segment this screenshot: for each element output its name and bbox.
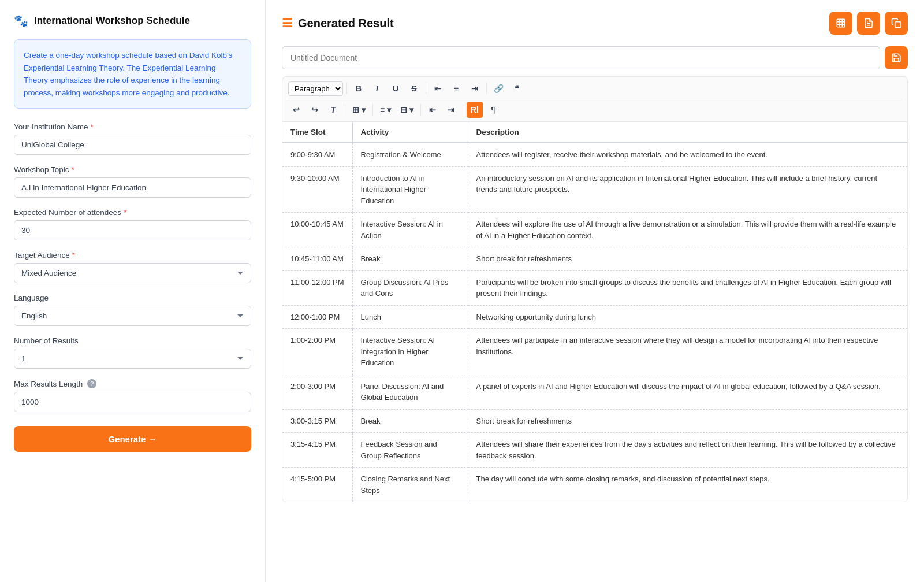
table-row: 12:00-1:00 PM Lunch Networking opportuni… xyxy=(282,305,907,329)
quote-button[interactable]: ❝ xyxy=(509,80,525,97)
cell-description: An introductory session on AI and its ap… xyxy=(468,166,907,213)
institution-input[interactable] xyxy=(14,135,251,155)
help-icon[interactable]: ? xyxy=(87,379,96,388)
toolbar-separator xyxy=(420,104,421,116)
schedule-table: Time Slot Activity Description 9:00-9:30… xyxy=(282,122,907,502)
attendees-input[interactable] xyxy=(14,220,251,240)
attendees-label: Expected Number of attendees * xyxy=(14,208,251,217)
align-left-button[interactable]: ⇤ xyxy=(430,80,446,97)
link-button[interactable]: 🔗 xyxy=(490,80,506,97)
toolbar-row-1: Paragraph Heading 1 Heading 2 B I U S ⇤ … xyxy=(288,80,901,97)
cell-time: 9:00-9:30 AM xyxy=(282,143,352,166)
undo-button[interactable]: ↩ xyxy=(288,102,304,118)
bullet-list-button[interactable]: ≡ ▾ xyxy=(377,102,394,118)
required-star: * xyxy=(124,208,126,217)
table-row: 4:15-5:00 PM Closing Remarks and Next St… xyxy=(282,468,907,502)
cell-time: 3:00-3:15 PM xyxy=(282,409,352,433)
table-row: 2:00-3:00 PM Panel Discussion: AI and Gl… xyxy=(282,375,907,409)
cell-time: 3:15-4:15 PM xyxy=(282,433,352,468)
institution-group: Your Institution Name * xyxy=(14,123,251,155)
audience-group: Target Audience * Mixed Audience Student… xyxy=(14,251,251,283)
left-panel: 🐾 International Workshop Schedule Create… xyxy=(0,0,266,582)
copy-button[interactable] xyxy=(885,12,908,35)
results-count-group: Number of Results 1 2 3 5 xyxy=(14,336,251,369)
col-header-description: Description xyxy=(468,122,907,143)
svg-rect-7 xyxy=(895,22,901,28)
table-button[interactable]: ⊞ ▾ xyxy=(349,102,369,118)
cell-time: 11:00-12:00 PM xyxy=(282,270,352,305)
language-select[interactable]: English French Spanish Arabic xyxy=(14,306,251,326)
cell-time: 1:00-2:00 PM xyxy=(282,329,352,375)
align-right-button[interactable]: ⇥ xyxy=(467,80,483,97)
table-row: 1:00-2:00 PM Interactive Session: AI Int… xyxy=(282,329,907,375)
rtl-button[interactable]: Rl xyxy=(467,102,483,118)
download-doc-button[interactable] xyxy=(857,12,880,35)
app-header: 🐾 International Workshop Schedule xyxy=(14,14,251,28)
topic-input[interactable] xyxy=(14,177,251,198)
cell-description: Attendees will share their experiences f… xyxy=(468,433,907,468)
cell-description: Attendees will explore the use of AI thr… xyxy=(468,213,907,247)
cell-description: A panel of experts in AI and Higher Educ… xyxy=(468,375,907,409)
editor-toolbar: Paragraph Heading 1 Heading 2 B I U S ⇤ … xyxy=(282,76,908,121)
cell-time: 10:45-11:00 AM xyxy=(282,247,352,271)
table-row: 9:00-9:30 AM Registration & Welcome Atte… xyxy=(282,143,907,166)
generate-button[interactable]: Generate → xyxy=(14,426,251,452)
strikethrough-button[interactable]: S xyxy=(406,80,422,97)
app-icon: 🐾 xyxy=(14,14,28,28)
doc-save-button[interactable] xyxy=(885,46,908,69)
toolbar-separator xyxy=(426,83,426,94)
cell-time: 10:00-10:45 AM xyxy=(282,213,352,247)
cell-activity: Panel Discussion: AI and Global Educatio… xyxy=(352,375,468,409)
toolbar-separator xyxy=(346,83,347,94)
topic-group: Workshop Topic * xyxy=(14,165,251,198)
toolbar-separator xyxy=(463,104,463,116)
results-count-select[interactable]: 1 2 3 5 xyxy=(14,349,251,369)
cell-description: Attendees will register, receive their w… xyxy=(468,143,907,166)
cell-time: 4:15-5:00 PM xyxy=(282,468,352,502)
cell-description: Short break for refreshments xyxy=(468,409,907,433)
cell-description: Short break for refreshments xyxy=(468,247,907,271)
result-icon: ☰ xyxy=(282,16,292,30)
doc-title-input[interactable] xyxy=(282,46,880,69)
cell-description: Networking opportunity during lunch xyxy=(468,305,907,329)
right-header: ☰ Generated Result xyxy=(282,12,908,35)
required-star: * xyxy=(72,165,74,174)
bold-button[interactable]: B xyxy=(351,80,367,97)
app-title: International Workshop Schedule xyxy=(34,15,190,27)
outdent-button[interactable]: ⇤ xyxy=(424,102,441,118)
download-xls-button[interactable] xyxy=(829,12,852,35)
cell-description: The day will conclude with some closing … xyxy=(468,468,907,502)
ordered-list-button[interactable]: ⊟ ▾ xyxy=(397,102,417,118)
table-row: 9:30-10:00 AM Introduction to AI in Inte… xyxy=(282,166,907,213)
doc-title-row xyxy=(282,46,908,69)
cell-activity: Feedback Session and Group Reflections xyxy=(352,433,468,468)
table-row: 10:00-10:45 AM Interactive Session: AI i… xyxy=(282,213,907,247)
toolbar-separator xyxy=(345,104,345,116)
cell-time: 9:30-10:00 AM xyxy=(282,166,352,213)
cell-activity: Lunch xyxy=(352,305,468,329)
clear-format-button[interactable]: T xyxy=(325,102,341,118)
max-length-input[interactable] xyxy=(14,392,251,412)
cell-time: 2:00-3:00 PM xyxy=(282,375,352,409)
cell-activity: Interactive Session: AI Integration in H… xyxy=(352,329,468,375)
max-length-group: Max Results Length ? xyxy=(14,379,251,412)
institution-label: Your Institution Name * xyxy=(14,123,251,131)
italic-button[interactable]: I xyxy=(369,80,385,97)
cell-description: Participants will be broken into small g… xyxy=(468,270,907,305)
right-panel: ☰ Generated Result Paragraph Heading 1 xyxy=(266,0,924,582)
info-box: Create a one-day workshop schedule based… xyxy=(14,39,251,109)
paragraph-select[interactable]: Paragraph Heading 1 Heading 2 xyxy=(288,81,343,96)
indent-button[interactable]: ⇥ xyxy=(443,102,459,118)
align-center-button[interactable]: ≡ xyxy=(448,80,464,97)
result-title: Generated Result xyxy=(298,17,394,30)
language-group: Language English French Spanish Arabic xyxy=(14,294,251,326)
table-row: 3:00-3:15 PM Break Short break for refre… xyxy=(282,409,907,433)
underline-button[interactable]: U xyxy=(388,80,404,97)
audience-select[interactable]: Mixed Audience Students Faculty Professi… xyxy=(14,263,251,283)
redo-button[interactable]: ↪ xyxy=(307,102,323,118)
cell-activity: Introduction to AI in International High… xyxy=(352,166,468,213)
show-marks-button[interactable]: ¶ xyxy=(485,102,501,118)
cell-description: Attendees will participate in an interac… xyxy=(468,329,907,375)
results-count-label: Number of Results xyxy=(14,336,251,345)
header-actions xyxy=(829,12,908,35)
